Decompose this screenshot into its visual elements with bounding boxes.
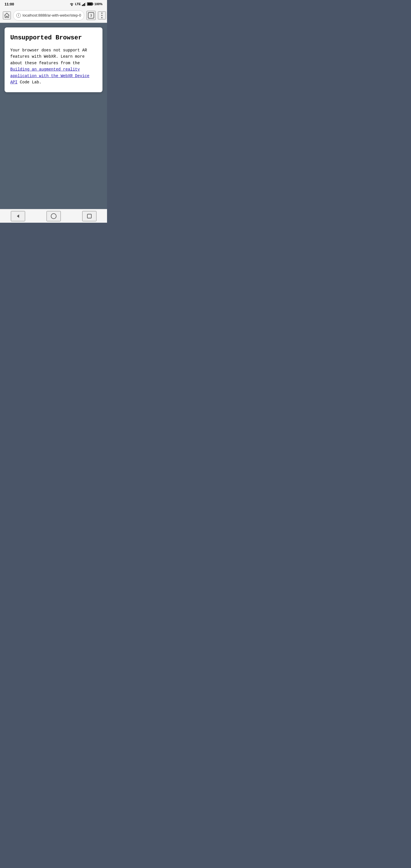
status-bar: 11:00 LTE 100%	[0, 0, 107, 8]
recent-button[interactable]	[82, 211, 96, 221]
lte-label: LTE	[75, 2, 81, 6]
card-body-text-1: Your browser does not support AR feature…	[10, 48, 87, 65]
unsupported-browser-card: Unsupported Browser Your browser does no…	[5, 27, 102, 92]
browser-chrome: i localhost:8888/ar-with-webxr/step-0 3	[0, 8, 107, 23]
signal-icon	[82, 2, 86, 6]
home-button[interactable]	[3, 11, 11, 20]
back-icon	[15, 213, 21, 219]
card-title: Unsupported Browser	[10, 34, 97, 41]
menu-dot-3	[101, 17, 102, 18]
svg-rect-6	[92, 3, 93, 5]
back-button[interactable]	[11, 211, 25, 221]
status-icons: LTE 100%	[69, 2, 102, 6]
tab-button[interactable]: 3	[87, 11, 96, 20]
nav-home-button[interactable]	[46, 211, 61, 221]
svg-point-0	[71, 5, 72, 6]
url-text: localhost:8888/ar-with-webxr/step-0	[23, 13, 81, 18]
page-content: Unsupported Browser Your browser does no…	[0, 23, 107, 209]
status-time: 11:00	[5, 2, 14, 6]
svg-rect-3	[84, 3, 85, 6]
menu-dot-2	[101, 15, 102, 16]
svg-rect-1	[82, 5, 83, 6]
address-bar[interactable]: i localhost:8888/ar-with-webxr/step-0	[13, 10, 84, 21]
svg-rect-2	[83, 4, 84, 6]
svg-rect-10	[87, 214, 91, 218]
recent-icon	[87, 214, 92, 219]
nav-home-icon	[51, 213, 57, 219]
battery-percent: 100%	[94, 2, 102, 6]
battery-icon	[87, 2, 93, 6]
bottom-nav	[0, 209, 107, 223]
menu-button[interactable]	[98, 11, 106, 20]
home-icon	[4, 12, 10, 19]
wifi-icon	[69, 2, 74, 6]
svg-point-9	[51, 214, 56, 219]
menu-dot-1	[101, 12, 102, 14]
svg-rect-4	[85, 2, 86, 6]
info-icon: i	[16, 13, 21, 18]
card-body-text-2: Code Lab.	[18, 80, 41, 85]
card-body: Your browser does not support AR feature…	[10, 47, 97, 85]
svg-marker-8	[17, 214, 19, 218]
svg-rect-7	[87, 3, 92, 5]
tab-count: 3	[88, 12, 94, 19]
